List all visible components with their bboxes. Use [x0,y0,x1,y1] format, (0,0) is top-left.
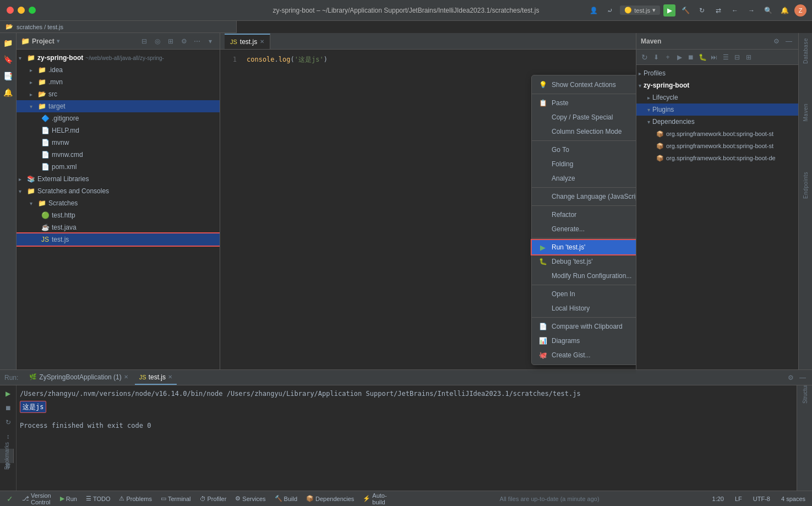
search-icon[interactable]: 🔍 [761,4,775,17]
filter-icon[interactable]: ⊞ [166,36,176,46]
menu-item-open-in[interactable]: Open In ▶ [532,287,636,301]
tree-item-pomxml[interactable]: 📄 pom.xml [17,161,220,173]
maven-skip-icon[interactable]: ⏭ [709,52,719,62]
structure-icon[interactable]: Structure [800,388,810,398]
minimize-button[interactable] [18,7,25,14]
run-hide-icon[interactable]: — [798,373,808,383]
maven-close-icon[interactable]: — [784,36,794,46]
tree-item-idea[interactable]: ▸ 📁 .idea [17,64,220,76]
tab-close-icon[interactable]: ✕ [168,374,172,380]
maven-item-dep2[interactable]: 📦 org.springframework.boot:spring-boot-s… [636,140,798,152]
tree-item-mvn[interactable]: ▸ 📁 .mvn [17,76,220,88]
menu-item-refactor[interactable]: Refactor ▶ [532,208,636,222]
statusbar-check[interactable]: ✓ [4,491,15,507]
tab-close-icon[interactable]: ✕ [124,374,128,380]
menu-item-compare-clipboard[interactable]: 📄 Compare with Clipboard [532,319,636,334]
maven-toggle-icon[interactable]: ☰ [721,52,731,62]
menu-item-go-to[interactable]: Go To ▶ [532,143,636,157]
statusbar-todo[interactable]: ☰ TODO [84,491,113,507]
statusbar-auto-build[interactable]: ⚡ Auto-build [361,491,389,507]
maven-reload-icon[interactable]: ↻ [640,52,650,62]
statusbar-build[interactable]: 🔨 Build [273,491,299,507]
tree-item-mvnw[interactable]: 📄 mvnw [17,137,220,149]
statusbar-indent[interactable]: 4 spaces [779,491,808,507]
tree-item-src[interactable]: ▸ 📂 src [17,88,220,100]
activity-notifications[interactable]: 🔔 [1,85,15,100]
statusbar-profiler[interactable]: ⏱ Profiler [198,491,229,507]
maven-add-icon[interactable]: + [663,52,673,62]
statusbar-line-col[interactable]: 1:20 [710,491,726,507]
statusbar-dependencies[interactable]: 📦 Dependencies [304,491,356,507]
run-play-icon[interactable]: ▶ [2,388,14,400]
menu-item-show-context[interactable]: 💡 Show Context Actions ⌥⏎ [532,78,636,92]
tab-close-icon[interactable]: ✕ [260,39,264,45]
tree-item-gitignore[interactable]: 🔷 .gitignore [17,112,220,124]
maven-item-dep1[interactable]: 📦 org.springframework.boot:spring-boot-s… [636,128,798,140]
menu-item-generate[interactable]: Generate... ⌘N [532,222,636,236]
maven-item-plugins[interactable]: ▾ Plugins [636,104,798,116]
menu-item-run-js[interactable]: ▶ Run 'test.js' ^⇧R [532,240,636,254]
menu-item-change-lang[interactable]: Change Language (JavaScript) to... [532,189,636,204]
menu-item-debug-js[interactable]: 🐛 Debug 'test.js' ^⇧D [532,254,636,269]
run-stop-icon[interactable]: ⏹ [2,402,14,414]
menu-item-analyze[interactable]: Analyze ▶ [532,171,636,186]
statusbar-encoding[interactable]: UTF-8 [751,491,772,507]
vcs-icon[interactable]: ⤾ [603,4,617,17]
menu-item-diagrams[interactable]: 📊 Diagrams ▶ [532,334,636,348]
editor-tab-test-js[interactable]: JS test.js ✕ [225,34,270,49]
run-tab-test-js[interactable]: JS test.js ✕ [135,371,177,385]
run-tab-zy-app[interactable]: 🌿 ZySpringBootApplication (1) ✕ [25,371,132,385]
menu-item-paste[interactable]: 📋 Paste ⌘V [532,96,636,110]
locate-file-icon[interactable]: ◎ [152,36,162,46]
run-button-titlebar[interactable]: ▶ [663,4,675,17]
tree-item-helpmd[interactable]: 📄 HELP.md [17,124,220,137]
tree-item-test-java[interactable]: ☕ test.java [17,221,220,233]
maven-stop-icon[interactable]: ⏹ [686,52,696,62]
menu-item-local-history[interactable]: Local History ▶ [532,301,636,315]
more-icon[interactable]: ⋯ [192,36,202,46]
maven-play-icon[interactable]: ▶ [674,52,684,62]
current-file-pill[interactable]: 🟡 test.js ▾ [620,6,660,15]
bookmark-icon[interactable]: Bookmarks [2,451,12,461]
statusbar-problems[interactable]: ⚠ Problems [117,491,154,507]
close-button[interactable] [7,7,14,14]
activity-bookmarks[interactable]: 🔖 [1,52,15,67]
update-icon[interactable]: ↻ [695,4,709,17]
maven-download-icon[interactable]: ⬇ [651,52,661,62]
statusbar-version-control[interactable]: ⎇ Version Control [20,491,53,507]
statusbar-lf[interactable]: LF [733,491,744,507]
maven-label-side[interactable]: Maven [802,101,810,124]
maven-expand-icon[interactable]: ⊞ [744,52,754,62]
build-icon[interactable]: 🔨 [679,4,692,17]
menu-item-copy-paste-special[interactable]: Copy / Paste Special ▶ [532,110,636,124]
forward-icon[interactable]: → [745,4,758,17]
menu-item-create-gist[interactable]: 🐙 Create Gist... [532,348,636,362]
user-icon[interactable]: 👤 [587,4,600,17]
endpoints-label[interactable]: Endpoints [802,170,810,201]
tree-item-mvnwcmd[interactable]: 📄 mvnw.cmd [17,149,220,161]
statusbar-run[interactable]: ▶ Run [58,491,79,507]
run-scroll-icon[interactable]: ↕ [2,431,14,443]
statusbar-terminal[interactable]: ▭ Terminal [159,491,193,507]
collapse-all-icon[interactable]: ⊟ [139,36,149,46]
settings-icon[interactable]: ⚙ [179,36,189,46]
maven-settings-icon[interactable]: ⚙ [771,36,781,46]
avatar[interactable]: Z [794,4,806,17]
menu-item-column-selection[interactable]: Column Selection Mode ⇧⌘8 [532,124,636,139]
run-rerun-icon[interactable]: ↻ [2,416,14,428]
tree-item-target[interactable]: ▾ 📁 target [17,100,220,112]
sync-icon[interactable]: ⇄ [712,4,725,17]
maximize-button[interactable] [29,7,36,14]
tree-item-scratches-consoles[interactable]: ▾ 📁 Scratches and Consoles [17,185,220,197]
maven-debug-icon[interactable]: 🐛 [697,52,707,62]
tree-item-test-http[interactable]: 🟢 test.http [17,209,220,221]
database-label[interactable]: Database [802,36,810,66]
maven-item-profiles[interactable]: ▸ Profiles [636,67,798,79]
run-settings-icon[interactable]: ⚙ [786,373,795,383]
activity-structure[interactable]: 📑 [1,69,15,83]
menu-item-folding[interactable]: Folding ▶ [532,157,636,171]
maven-item-zy-spring-boot[interactable]: ▾ zy-spring-boot [636,79,798,91]
back-icon[interactable]: ← [728,4,742,17]
notification-icon[interactable]: 🔔 [778,4,791,17]
maven-collapse-icon[interactable]: ⊟ [732,52,742,62]
